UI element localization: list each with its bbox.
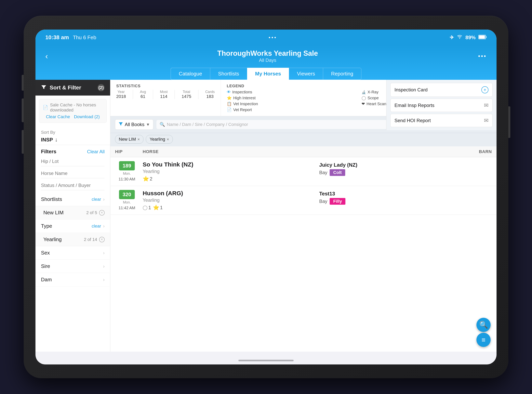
svg-rect-1 (486, 36, 486, 38)
new-lim-tag-remove-icon[interactable]: × (137, 137, 140, 142)
shortlists-chevron-icon[interactable]: › (103, 197, 105, 202)
all-books-dropdown[interactable]: All Books ▼ (115, 119, 153, 130)
type-clear-button[interactable]: clear (92, 224, 101, 229)
legend-inspections: 👁 Inspections (227, 90, 356, 94)
dam-name-189: Juicy Lady (NZ) (319, 162, 492, 168)
shortlists-clear-button[interactable]: clear (92, 197, 101, 202)
horse-name-input-wrapper (41, 169, 105, 178)
clear-all-button[interactable]: Clear All (87, 149, 105, 155)
float-search-button[interactable]: 🔍 (476, 318, 491, 332)
dam-details-189: Bay Colt (319, 169, 492, 176)
sort-label: Sort By (41, 130, 105, 135)
status-amount-buyer-input[interactable] (41, 183, 105, 188)
stats-panel: STATISTICS Year 2018 Avg 61 (110, 80, 496, 116)
back-button[interactable]: ‹ (45, 52, 57, 61)
tab-catalogue[interactable]: Catalogue (171, 68, 210, 80)
stat-year: Year 2018 (116, 90, 126, 99)
filters-label: Filters (41, 149, 56, 155)
silent-button[interactable] (22, 130, 24, 154)
cache-message: 📄 Sale Cache - No horses downloaded (43, 103, 103, 113)
action-panel: Inspection Card + Email Insp Reports ✉ S… (386, 80, 496, 130)
sort-filter-label: Sort & Filter (50, 84, 81, 91)
volume-down-button[interactable] (22, 98, 24, 122)
power-button[interactable] (508, 106, 510, 138)
new-lim-remove-button[interactable]: × (99, 210, 105, 216)
tags-bar: New LIM × Yearling × (110, 133, 496, 146)
tab-shortlists[interactable]: Shortlists (210, 68, 247, 80)
statistics-title: STATISTICS (116, 84, 215, 88)
tab-reporting[interactable]: Reporting (323, 68, 361, 80)
sort-filter-header: Sort & Filter (2) (36, 80, 110, 96)
new-lim-tag[interactable]: New LIM × (115, 135, 143, 144)
app-header: ‹ ThoroughWorks Yearling Sale All Days •… (36, 45, 496, 80)
type-filter-row: Type clear › (36, 219, 110, 233)
status-time: 10:38 am (45, 34, 69, 41)
horse-row-189[interactable]: 189 Mon. 11:30 AM So You Think (NZ) Year… (110, 157, 496, 186)
column-header-barn: BARN (472, 149, 492, 154)
volume-up-button[interactable] (22, 75, 24, 91)
home-bar (238, 360, 294, 361)
yearling-tag-remove-icon[interactable]: × (167, 137, 169, 142)
all-books-label: All Books (125, 122, 144, 127)
high-interest-star-icon: ⭐ (227, 96, 232, 100)
horse-badges-189: ⭐ 2 (143, 176, 315, 182)
status-dots: ••• (269, 35, 277, 40)
download-button[interactable]: Download (2) (74, 114, 100, 119)
legend-vet-inspection: 📋 Vet Inspection (227, 101, 356, 106)
horse-info-320: Husson (ARG) Yearling ◯ 1 ⭐ 1 (143, 190, 315, 211)
horse-star-badge-320: ⭐ 1 (153, 204, 162, 211)
tab-my-horses[interactable]: My Horses (247, 68, 289, 80)
scope-icon-320: ◯ (143, 205, 148, 210)
inspections-icon: 👁 (227, 90, 231, 94)
type-chevron-icon[interactable]: › (103, 223, 105, 229)
horse-name-input[interactable] (41, 171, 105, 176)
sex-filter-row[interactable]: Sex › (36, 246, 110, 260)
horse-hip-320: 320 Mon. 11:42 AM (115, 190, 139, 210)
column-header-hip: HIP (115, 149, 143, 154)
funnel-icon (118, 122, 123, 127)
horse-row-320[interactable]: 320 Mon. 11:42 AM Husson (ARG) Yearling … (110, 186, 496, 215)
send-hoi-report-button[interactable]: Send HOI Report ✉ (390, 114, 493, 127)
status-date: Thu 6 Feb (73, 35, 96, 41)
dam-name-320: Test13 (319, 191, 492, 197)
horse-type-189: Yearling (143, 169, 315, 174)
shortlists-label: Shortlists (41, 196, 62, 202)
dam-color-189: Bay (319, 170, 327, 175)
horse-name-320: Husson (ARG) (143, 190, 315, 197)
statistics-section: STATISTICS Year 2018 Avg 61 (110, 80, 221, 116)
shortlists-row: Shortlists clear › (36, 193, 110, 206)
dam-label: Dam (41, 277, 52, 283)
xray-icon: 🔬 (362, 90, 366, 94)
status-amount-buyer-input-wrapper (41, 181, 105, 190)
hip-time-189: 11:30 AM (119, 177, 135, 181)
horse-info-189: So You Think (NZ) Yearling ⭐ 2 (143, 161, 315, 182)
airplane-icon: ✈ (450, 35, 454, 41)
tab-viewers[interactable]: Viewers (289, 68, 323, 80)
hip-badge-189: 189 (119, 161, 135, 170)
hip-lot-input[interactable] (41, 159, 105, 164)
legend-high-interest: ⭐ High Interest (227, 96, 356, 100)
more-button[interactable]: ••• (478, 53, 487, 59)
yearling-tag[interactable]: Yearling × (146, 135, 173, 144)
float-list-button[interactable]: ≡ (476, 333, 491, 347)
clear-cache-button[interactable]: Clear Cache (46, 114, 70, 119)
header-top: ‹ ThoroughWorks Yearling Sale All Days •… (45, 49, 487, 63)
horse-dam-info-189: Juicy Lady (NZ) Bay Colt (319, 161, 492, 176)
star-icon-320: ⭐ (153, 204, 159, 211)
ipad-screen: 10:38 am Thu 6 Feb ••• ✈ 89% (36, 30, 496, 364)
type-controls: clear › (92, 223, 105, 229)
horse-hip-189: 189 Mon. 11:30 AM (115, 161, 139, 181)
horse-type-320: Yearling (143, 197, 315, 203)
status-bar-right: ✈ 89% (450, 35, 487, 41)
hip-day-189: Mon. (123, 171, 131, 176)
dam-color-320: Bay (319, 199, 327, 204)
heart-scan-icon: ❤ (362, 101, 365, 106)
inspection-card-button[interactable]: Inspection Card + (390, 83, 493, 97)
email-insp-reports-button[interactable]: Email Insp Reports ✉ (390, 99, 493, 112)
right-panel: STATISTICS Year 2018 Avg 61 (110, 80, 496, 352)
filters-header: Filters Clear All (36, 145, 110, 157)
dam-filter-row[interactable]: Dam › (36, 273, 110, 286)
new-lim-tag-label: New LIM (119, 137, 136, 142)
sire-filter-row[interactable]: Sire › (36, 260, 110, 273)
yearling-remove-button[interactable]: × (99, 237, 105, 242)
